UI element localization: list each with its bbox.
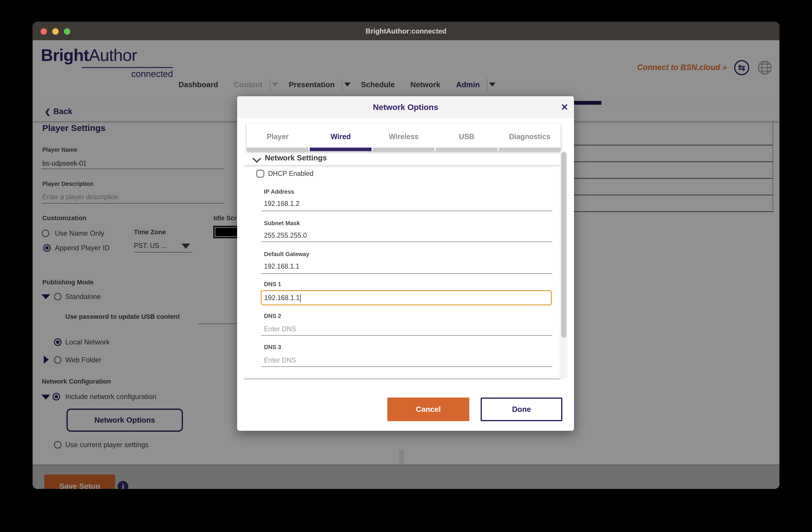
section-chevron-down-icon[interactable] [252,154,261,163]
section-divider [244,165,560,166]
dns3-underline [261,366,552,367]
dns2-underline [261,335,552,336]
default-gateway-label: Default Gateway [264,251,309,258]
tab-usb[interactable]: USB [436,124,497,151]
dns3-label: DNS 3 [264,344,281,350]
subnet-mask-input[interactable]: 255.255.255.0 [264,232,307,240]
cancel-label: Cancel [416,405,441,414]
tab-wireless-label: Wireless [389,132,419,141]
tab-underline [499,147,561,151]
cancel-button[interactable]: Cancel [387,398,469,421]
dns1-label: DNS 1 [264,281,281,288]
tab-player[interactable]: Player [247,124,308,151]
default-gateway-input[interactable]: 192.168.1.1 [264,262,300,270]
close-window-icon[interactable] [41,28,47,35]
subnet-mask-underline [261,242,552,242]
tab-wired-label: Wired [331,132,351,141]
tab-underline [373,147,435,151]
title-bar: BrightAuthor:connected [33,22,779,40]
minimize-window-icon[interactable] [52,28,59,35]
close-icon[interactable]: ✕ [558,101,571,114]
dhcp-label[interactable]: DHCP Enabled [268,170,314,178]
ip-address-input[interactable]: 192.168.1.2 [264,200,300,208]
tab-underline [436,147,497,151]
modal-header: Network Options [237,96,574,118]
network-options-modal: Network Options ✕ Player Wired Wireless … [237,96,574,431]
app-window: BrightAuthor:connected BrightAuthor conn… [33,22,779,489]
tab-underline [247,147,308,151]
ip-address-label: IP Address [264,188,294,195]
dns2-input[interactable]: Enter DNS [264,325,296,333]
tab-wireless[interactable]: Wireless [373,124,435,151]
window-title: BrightAuthor:connected [33,22,779,40]
dhcp-checkbox[interactable] [256,170,264,178]
ip-address-underline [261,211,552,211]
modal-title: Network Options [237,96,574,118]
subnet-mask-label: Subnet Mask [264,220,300,227]
default-gateway-underline [261,273,552,274]
dns1-input[interactable]: 192.168.1.1 [261,290,552,305]
dns2-label: DNS 2 [264,313,281,319]
tab-diagnostics[interactable]: Diagnostics [499,124,561,151]
modal-content-divider [244,378,561,379]
done-button[interactable]: Done [481,398,562,421]
tab-player-label: Player [266,132,288,141]
done-label: Done [512,405,531,414]
dns1-value: 192.168.1.1 [264,294,300,302]
dns3-input[interactable]: Enter DNS [264,356,296,364]
tab-usb-label: USB [459,132,475,141]
modal-tabs: Player Wired Wireless USB Diagnostics [247,124,561,151]
tab-wired[interactable]: Wired [310,124,372,151]
network-settings-section-header[interactable]: Network Settings [265,154,327,162]
text-cursor [300,294,301,302]
tab-diagnostics-label: Diagnostics [509,132,550,141]
maximize-window-icon[interactable] [64,28,70,35]
tab-underline-active [310,147,372,151]
modal-scrollbar-thumb[interactable] [561,152,566,338]
